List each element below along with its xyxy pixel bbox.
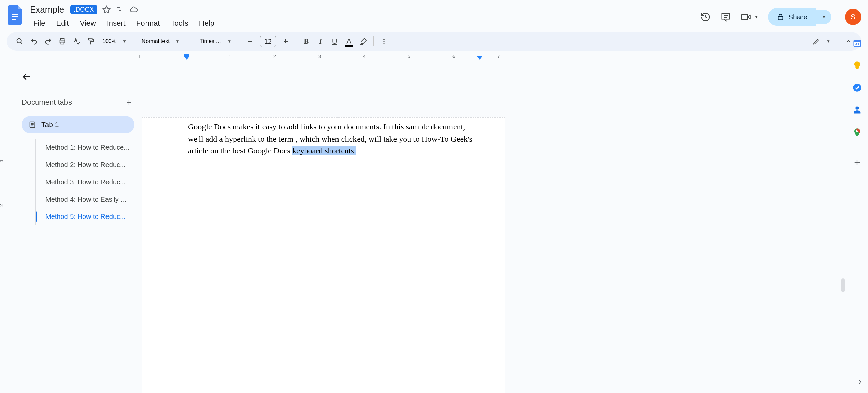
toolbar: 100%▼ Normal text▼ Times …▼ 12 B I U A ▼: [7, 32, 861, 51]
add-on-plus-icon[interactable]: +: [854, 157, 860, 168]
contacts-icon[interactable]: [852, 105, 862, 115]
add-tab-icon[interactable]: +: [123, 97, 134, 108]
heading-item[interactable]: Method 2: How to Reduc...: [36, 156, 134, 173]
maps-icon[interactable]: [852, 127, 862, 138]
separator: [296, 36, 296, 46]
bold-icon[interactable]: B: [300, 35, 313, 48]
tab-label: Tab 1: [41, 121, 59, 129]
paragraph[interactable]: Google Docs makes it easy to add links t…: [188, 121, 481, 157]
separator: [838, 36, 838, 46]
menu-edit[interactable]: Edit: [51, 18, 74, 29]
chevron-down-icon: ▼: [122, 39, 127, 44]
highlight-icon[interactable]: [356, 35, 370, 48]
hide-panel-icon[interactable]: ›: [859, 377, 861, 386]
move-icon[interactable]: [116, 5, 124, 14]
editing-mode-select[interactable]: ▼: [809, 36, 834, 47]
chevron-down-icon: ▼: [176, 39, 180, 44]
meet-button[interactable]: ▼: [741, 12, 758, 22]
left-indent-marker[interactable]: [184, 56, 189, 60]
separator: [240, 36, 240, 46]
svg-rect-0: [12, 14, 18, 15]
svg-rect-27: [856, 68, 859, 69]
menu-view[interactable]: View: [75, 18, 100, 29]
calendar-icon[interactable]: 31: [852, 38, 862, 48]
menu-file[interactable]: File: [28, 18, 50, 29]
comment-icon[interactable]: [720, 12, 731, 22]
ruler-tick: 7: [497, 54, 500, 59]
svg-point-7: [17, 39, 21, 43]
svg-point-18: [383, 43, 384, 44]
svg-text:31: 31: [855, 42, 859, 46]
history-icon[interactable]: [700, 12, 711, 22]
document-icon: [28, 121, 36, 128]
page[interactable]: Google Docs makes it easy to add links t…: [142, 117, 505, 393]
font-select[interactable]: Times …▼: [196, 36, 236, 46]
tasks-icon[interactable]: [852, 83, 862, 93]
avatar[interactable]: S: [845, 9, 861, 25]
title-area: Example .DOCX File Edit View Insert Form…: [28, 3, 700, 29]
ruler-tick: 5: [408, 54, 410, 59]
decrease-font-icon[interactable]: [244, 35, 257, 48]
cloud-icon[interactable]: [129, 5, 138, 14]
docs-logo[interactable]: [7, 3, 24, 27]
selected-text[interactable]: keyboard shortcuts.: [292, 146, 356, 155]
heading-item[interactable]: Method 3: How to Reduc...: [36, 173, 134, 191]
outline-title: Document tabs: [22, 98, 72, 107]
svg-point-16: [383, 39, 384, 40]
heading-item[interactable]: Method 5: How to Reduc...: [36, 208, 134, 225]
tab-item[interactable]: Tab 1: [22, 116, 134, 133]
share-label: Share: [788, 13, 807, 21]
ruler-tick: 2: [273, 54, 276, 59]
share-button[interactable]: Share: [768, 8, 816, 26]
svg-point-17: [383, 41, 384, 42]
font-size-input[interactable]: 12: [260, 36, 276, 47]
paint-format-icon[interactable]: [84, 35, 98, 48]
menu-tools[interactable]: Tools: [166, 18, 193, 29]
heading-item[interactable]: Method 1: How to Reduce...: [36, 139, 134, 156]
ruler-tick: 1: [229, 54, 231, 59]
star-icon[interactable]: [102, 5, 111, 14]
undo-icon[interactable]: [27, 35, 41, 48]
paragraph-style-select[interactable]: Normal text▼: [138, 36, 189, 46]
vertical-ruler[interactable]: 1 2: [0, 62, 8, 393]
menu-bar: File Edit View Insert Format Tools Help: [28, 18, 700, 29]
redo-icon[interactable]: [41, 35, 55, 48]
svg-line-8: [21, 42, 22, 44]
header-right: ▼ Share ▼ S: [700, 8, 861, 26]
increase-font-icon[interactable]: [279, 35, 292, 48]
menu-help[interactable]: Help: [194, 18, 219, 29]
underline-icon[interactable]: U: [328, 35, 342, 48]
first-line-indent-marker[interactable]: [184, 54, 189, 56]
share-group: Share ▼: [768, 8, 831, 26]
chevron-down-icon: ▼: [822, 15, 826, 19]
right-indent-marker[interactable]: [477, 56, 482, 60]
keep-icon[interactable]: [852, 60, 862, 70]
share-dropdown[interactable]: ▼: [816, 10, 831, 24]
ruler-tick: 2: [0, 204, 4, 207]
docx-badge: .DOCX: [70, 5, 97, 14]
italic-icon[interactable]: I: [314, 35, 327, 48]
text-color-icon[interactable]: A: [342, 35, 356, 48]
menu-insert[interactable]: Insert: [102, 18, 130, 29]
more-icon[interactable]: [377, 35, 391, 48]
back-arrow-icon[interactable]: [22, 70, 35, 83]
svg-rect-6: [778, 16, 783, 20]
heading-item[interactable]: Method 4: How to Easily ...: [36, 191, 134, 208]
ruler-tick: 1: [138, 54, 141, 59]
ruler-tick: 1: [0, 159, 4, 162]
svg-rect-1: [12, 16, 18, 17]
zoom-select[interactable]: 100%▼: [98, 36, 131, 46]
doc-title[interactable]: Example: [28, 4, 65, 16]
horizontal-ruler[interactable]: 1 1 2 3 4 5 6 7: [142, 54, 868, 62]
print-icon[interactable]: [56, 35, 69, 48]
separator: [373, 36, 374, 46]
right-side-panel: 31 +: [846, 31, 868, 168]
scrollbar-thumb[interactable]: [841, 278, 845, 292]
search-icon[interactable]: [13, 35, 26, 48]
separator: [134, 36, 134, 46]
document-canvas[interactable]: Google Docs makes it easy to add links t…: [142, 62, 868, 393]
spellcheck-icon[interactable]: [70, 35, 83, 48]
svg-rect-2: [12, 19, 16, 20]
menu-format[interactable]: Format: [132, 18, 165, 29]
chevron-down-icon: ▼: [826, 39, 830, 44]
